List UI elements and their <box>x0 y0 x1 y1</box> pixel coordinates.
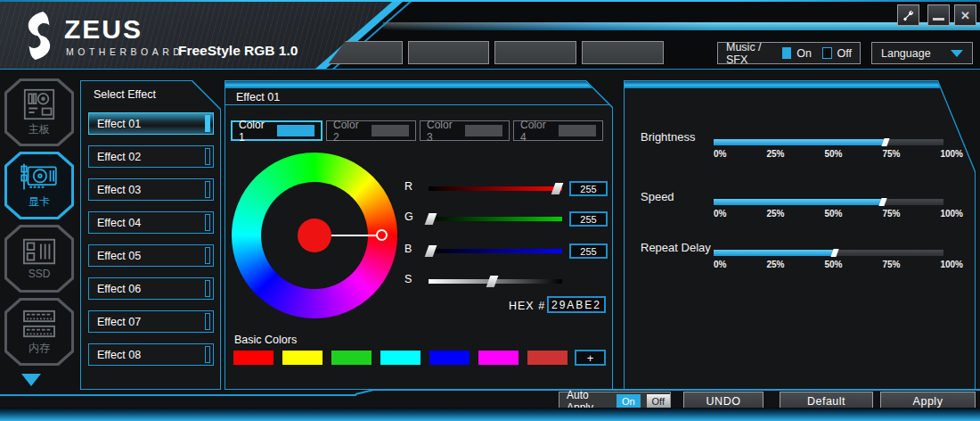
basic-colors-label: Basic Colors <box>234 334 297 346</box>
color-wheel-marker[interactable] <box>376 229 388 241</box>
effect-button-4[interactable]: Effect 04 <box>88 211 214 234</box>
basic-color-swatch-2[interactable] <box>282 351 323 365</box>
panel-accent-bar <box>625 81 975 88</box>
window-bottom-glow <box>0 408 980 421</box>
color-tab-1-swatch <box>277 125 314 136</box>
brand-name: ZEUS <box>64 14 143 45</box>
settings-button[interactable] <box>897 4 919 26</box>
speed-label: Speed <box>641 190 674 203</box>
header-underline <box>0 69 980 70</box>
green-value-field[interactable]: 255 <box>569 211 608 227</box>
music-off-checkbox[interactable] <box>822 47 832 59</box>
brightness-slider[interactable] <box>714 139 943 145</box>
slider-label-b: B <box>404 243 412 255</box>
language-dropdown[interactable]: Language <box>871 42 973 64</box>
auto-apply-off-toggle[interactable]: Off <box>647 394 670 409</box>
sidebar-item-ssd[interactable]: SSD <box>4 225 74 293</box>
header-tab-3[interactable] <box>494 41 576 64</box>
add-color-button[interactable]: + <box>575 350 606 366</box>
music-on-checkbox[interactable] <box>782 47 791 59</box>
basic-color-swatch-4[interactable] <box>380 351 421 365</box>
auto-apply-on-toggle[interactable]: On <box>617 394 640 409</box>
motherboard-icon <box>22 88 56 120</box>
effect-button-2[interactable]: Effect 02 <box>88 145 214 168</box>
gpu-icon <box>20 162 58 193</box>
brand-subtitle: MOTHERBOARD <box>66 46 184 57</box>
effect-button-6[interactable]: Effect 06 <box>88 277 214 300</box>
chevron-down-icon <box>951 50 963 57</box>
speed-slider-fill[interactable] <box>714 199 884 205</box>
red-slider-handle[interactable] <box>551 183 564 194</box>
effect-button-8[interactable]: Effect 08 <box>88 343 214 366</box>
color-tab-3[interactable]: Color 3 <box>420 120 510 141</box>
repeat-delay-slider[interactable] <box>714 250 943 256</box>
blue-slider-handle[interactable] <box>424 245 437 257</box>
saturation-slider-handle[interactable] <box>486 276 498 287</box>
close-button[interactable]: ✕ <box>954 4 976 26</box>
app-title: FreeStyle RGB 1.0 <box>178 43 298 59</box>
sidebar-label-gpu: 显卡 <box>29 194 50 210</box>
saturation-slider[interactable] <box>429 279 562 284</box>
brightness-slider-fill[interactable] <box>714 139 886 145</box>
sidebar-label-motherboard: 主板 <box>29 122 50 137</box>
effect-button-3[interactable]: Effect 03 <box>88 178 214 201</box>
effect-button-7[interactable]: Effect 07 <box>88 310 214 333</box>
basic-color-swatch-7[interactable] <box>527 351 568 365</box>
color-wheel[interactable] <box>232 153 397 318</box>
ram-icon <box>22 309 56 339</box>
color-tab-2[interactable]: Color 2 <box>326 120 416 141</box>
music-sfx-label: Music / SFX <box>726 41 773 66</box>
decor-line <box>355 389 373 395</box>
selected-color-dot <box>298 219 331 252</box>
effect-editor-panel: Effect 01 Color 1 Color 2 Color 3 Color … <box>225 80 613 390</box>
effect-button-5[interactable]: Effect 05 <box>88 244 214 267</box>
minimize-icon <box>933 18 944 21</box>
speed-ticks: 0%25%50%75%100% <box>714 209 963 219</box>
color-tab-4[interactable]: Color 4 <box>513 120 603 141</box>
sidebar-item-gpu[interactable]: 显卡 <box>4 152 74 219</box>
basic-color-swatch-3[interactable] <box>331 351 372 365</box>
color-tab-1[interactable]: Color 1 <box>231 120 323 141</box>
titlebar: ZEUS MOTHERBOARD FreeStyle RGB 1.0 ✕ Mus… <box>0 2 980 69</box>
effect-editor-title: Effect 01 <box>236 91 280 103</box>
minimize-button[interactable] <box>927 4 950 26</box>
header-tab-4[interactable] <box>582 41 664 64</box>
panel-accent-bar <box>225 81 612 88</box>
speed-slider[interactable] <box>714 199 943 205</box>
zeus-logo-icon <box>23 12 55 60</box>
basic-color-swatch-6[interactable] <box>478 351 519 365</box>
red-slider[interactable] <box>429 186 562 191</box>
color-tab-2-swatch <box>372 125 409 136</box>
decor-line <box>0 394 356 396</box>
window-top-border <box>0 0 980 2</box>
repeat-delay-slider-fill[interactable] <box>714 250 836 256</box>
header-tab-2[interactable] <box>408 41 489 64</box>
color-tab-3-swatch <box>465 125 502 136</box>
music-off-label: Off <box>837 47 852 60</box>
blue-slider[interactable] <box>429 249 562 253</box>
repeat-delay-label: Repeat Delay <box>641 241 711 254</box>
basic-color-swatch-1[interactable] <box>233 351 274 365</box>
slider-label-g: G <box>404 210 413 223</box>
hex-value-field[interactable]: 29ABE2 <box>547 296 606 313</box>
basic-color-swatch-5[interactable] <box>429 351 470 365</box>
language-label: Language <box>881 47 931 60</box>
color-tab-4-swatch <box>559 125 596 136</box>
green-slider[interactable] <box>429 217 562 221</box>
brightness-label: Brightness <box>641 130 695 144</box>
music-on-label: On <box>796 47 812 60</box>
sidebar-scroll-down-arrow-icon[interactable] <box>21 374 41 386</box>
repeat-delay-ticks: 0%25%50%75%100% <box>714 260 963 269</box>
titlebar-accent-bar <box>383 22 980 30</box>
wrench-icon <box>902 9 915 22</box>
effect-button-1[interactable]: Effect 01 <box>88 112 214 135</box>
ssd-icon <box>22 237 56 266</box>
sidebar-item-ram[interactable]: 内存 <box>4 298 74 366</box>
sidebar-label-ssd: SSD <box>29 268 51 280</box>
sidebar-item-motherboard[interactable]: 主板 <box>4 78 74 146</box>
close-icon: ✕ <box>960 9 970 22</box>
red-value-field[interactable]: 255 <box>569 181 608 196</box>
blue-value-field[interactable]: 255 <box>569 244 608 259</box>
adjustments-panel: Brightness 0%25%50%75%100% Speed 0%25%50… <box>624 80 976 390</box>
green-slider-handle[interactable] <box>424 213 437 225</box>
